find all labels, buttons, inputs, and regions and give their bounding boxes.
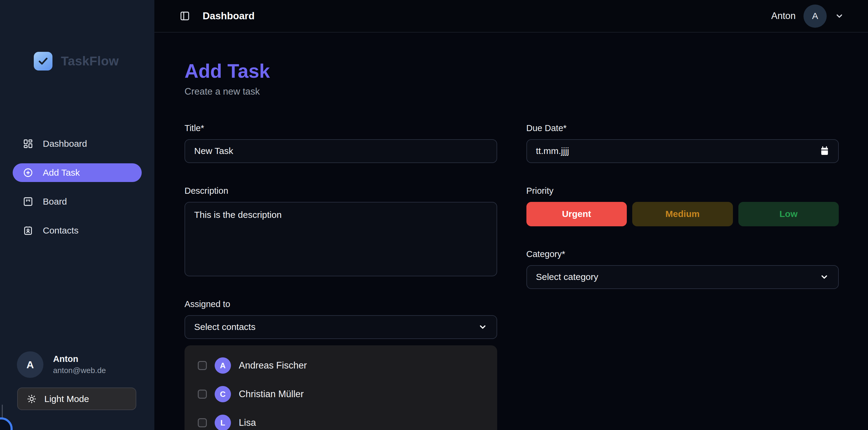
add-task-form: Title* Description This is the descripti… [185,124,839,430]
avatar: C [215,386,231,402]
sidebar-item-label: Dashboard [43,139,87,149]
title-label: Title* [185,124,497,133]
sidebar-user-card: A Anton anton@web.de [17,351,154,378]
corner-blue-ring-decoration [0,417,13,430]
sidebar-item-label: Contacts [43,225,79,236]
contact-checkbox[interactable] [198,418,207,427]
description-label: Description [185,186,497,195]
priority-label: Priority [526,186,839,195]
sidebar-item-dashboard[interactable]: Dashboard [13,134,142,153]
topbar-user-name: Anton [771,10,796,22]
chevron-down-icon [819,272,829,282]
priority-urgent-button[interactable]: Urgent [526,202,627,226]
add-task-page: Add Task Create a new task Title* Descri… [154,33,868,430]
panel-left-icon [180,11,190,21]
priority-medium-button[interactable]: Medium [632,202,733,226]
page-subheading: Create a new task [185,86,839,97]
sidebar-item-contacts[interactable]: Contacts [13,221,142,240]
title-input[interactable] [185,139,497,163]
avatar: A [17,351,43,378]
avatar: A [215,357,231,374]
contacts-dropdown-panel: A Andreas Fischer C Christian Müller L L… [185,345,497,430]
contact-option-andreas-fischer[interactable]: A Andreas Fischer [185,351,497,380]
chevron-down-icon [478,322,488,332]
sidebar-item-label: Add Task [43,168,80,178]
assigned-to-label: Assigned to [185,300,497,308]
light-mode-label: Light Mode [44,394,89,404]
contact-checkbox[interactable] [198,390,207,399]
contact-card-icon [23,225,33,236]
calendar-icon[interactable] [820,146,829,156]
contact-name: Christian Müller [239,389,304,400]
contact-option-christian-mueller[interactable]: C Christian Müller [185,380,497,408]
sidebar-toggle-button[interactable] [180,11,190,21]
category-select[interactable]: Select category [526,265,839,289]
due-date-input[interactable]: tt.mm.jjjj [526,139,839,163]
light-mode-toggle[interactable]: Light Mode [17,388,136,410]
topbar-user-menu[interactable]: Anton A [771,4,844,28]
sun-icon [27,394,36,404]
brand-name: TaskFlow [61,54,119,68]
contact-option-lisa[interactable]: L Lisa [185,408,497,430]
description-value: This is the description [194,210,282,220]
priority-button-group: Urgent Medium Low [526,202,839,226]
kanban-board-icon [23,196,33,207]
chevron-down-icon[interactable] [835,11,844,21]
sidebar: TaskFlow Dashboard Add Task Board Contac… [0,0,154,430]
user-name: Anton [53,354,106,364]
avatar: A [804,4,827,28]
topbar: Dashboard Anton A [154,0,868,33]
assigned-to-select[interactable]: Select contacts [185,315,497,339]
sidebar-nav: Dashboard Add Task Board Contacts [0,134,154,250]
category-placeholder: Select category [536,272,598,282]
contact-name: Andreas Fischer [239,360,307,371]
assigned-to-placeholder: Select contacts [194,322,255,332]
brand: TaskFlow [34,52,154,70]
user-email: anton@web.de [53,366,106,375]
contact-name: Lisa [239,417,256,428]
due-date-placeholder: tt.mm.jjjj [536,146,820,156]
plus-circle-icon [23,168,33,178]
sidebar-item-board[interactable]: Board [13,192,142,211]
sidebar-item-label: Board [43,196,67,207]
priority-low-button[interactable]: Low [738,202,839,226]
taskflow-logo-icon [34,52,53,70]
page-heading: Add Task [185,60,839,82]
category-label: Category* [526,250,839,259]
sidebar-item-add-task[interactable]: Add Task [13,163,142,182]
page-title: Dashboard [203,10,254,22]
description-textarea[interactable]: This is the description [185,202,497,276]
layout-dashboard-icon [23,139,33,149]
checkmark-icon [37,56,49,67]
avatar: L [215,415,231,430]
due-date-label: Due Date* [526,124,839,133]
contact-checkbox[interactable] [198,361,207,370]
